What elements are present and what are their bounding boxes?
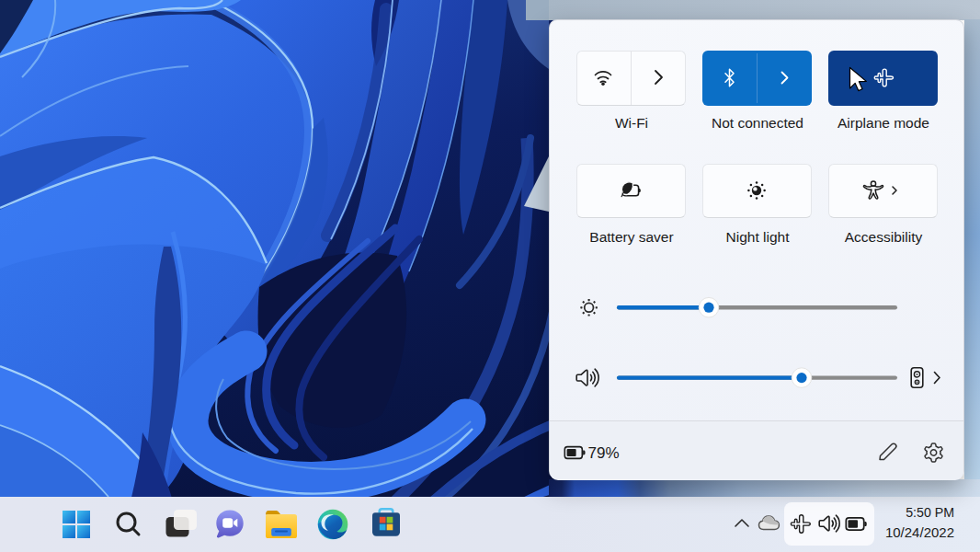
svg-text:79%: 79% — [588, 444, 620, 462]
svg-text:5:50 PM: 5:50 PM — [906, 505, 954, 520]
svg-text:10/24/2022: 10/24/2022 — [885, 524, 954, 540]
